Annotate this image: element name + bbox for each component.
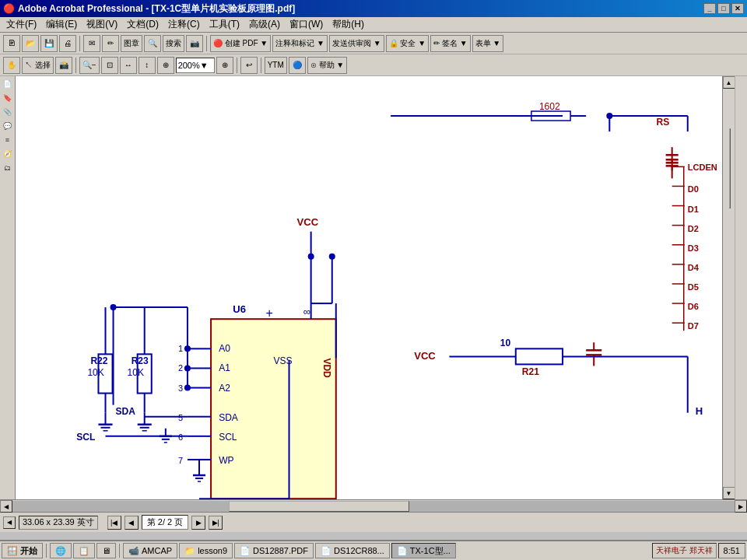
status-left-arrow[interactable]: ◀ xyxy=(3,516,16,529)
sidebar-model-icon[interactable]: 🗂 xyxy=(2,162,14,174)
svg-text:D3: D3 xyxy=(688,243,699,253)
create-pdf-button[interactable]: 🔴 创建 PDF ▼ xyxy=(210,35,271,52)
help-label: ⊙ 帮助 ▼ xyxy=(310,60,344,71)
annotate-button[interactable]: 注释和标记 ▼ xyxy=(272,35,328,52)
start-label: 开始 xyxy=(20,545,37,557)
taskbar-ds12887[interactable]: 📄 DS12887.PDF xyxy=(234,543,314,558)
taskbar-ds12cr88-icon: 📄 xyxy=(321,546,331,556)
taskbar-ds12887-label: DS12887.PDF xyxy=(253,546,308,555)
menu-advanced[interactable]: 高级(A) xyxy=(244,16,285,33)
ytm-btn[interactable]: YTM xyxy=(265,57,287,74)
zoom-in-btn[interactable]: ⊕ xyxy=(216,57,233,74)
menu-document[interactable]: 文档(D) xyxy=(122,16,163,33)
fit-width-btn[interactable]: ↔ xyxy=(120,57,137,74)
right-sidebar xyxy=(735,76,747,499)
zoom-dropdown[interactable]: 200% ▼ xyxy=(176,58,215,73)
maximize-button[interactable]: □ xyxy=(717,3,730,14)
svg-text:WP: WP xyxy=(219,455,233,466)
sign-button[interactable]: ✏ 签名 ▼ xyxy=(430,35,470,52)
app-icon: 🔴 xyxy=(3,3,15,14)
minimize-button[interactable]: _ xyxy=(703,3,716,14)
separator3 xyxy=(75,58,76,73)
page-display[interactable]: 第 2/ 2 页 xyxy=(142,515,188,530)
taskbar-lesson9-label: lesson9 xyxy=(198,546,227,555)
separator1 xyxy=(79,36,80,51)
menu-comment[interactable]: 注释(C) xyxy=(163,16,205,33)
svg-point-73 xyxy=(110,304,117,310)
taskbar-ds12cr88[interactable]: 📄 DS12CR88... xyxy=(315,543,390,558)
svg-text:VCC: VCC xyxy=(414,350,436,362)
menu-edit[interactable]: 编辑(E) xyxy=(41,16,82,33)
sidebar-comment-icon[interactable]: 💬 xyxy=(2,120,14,132)
vscroll-thumb[interactable] xyxy=(729,128,731,208)
menu-file[interactable]: 文件(F) xyxy=(2,16,41,33)
position-display: 33.06 x 23.39 英寸 xyxy=(19,516,98,530)
hscroll-thumb[interactable] xyxy=(229,501,409,512)
zoom-in-circle[interactable]: ⊕ xyxy=(157,57,174,74)
save-button[interactable]: 💾 xyxy=(40,35,58,52)
menu-tools[interactable]: 工具(T) xyxy=(205,16,244,33)
taskbar-sep2 xyxy=(119,544,120,558)
scroll-right-button[interactable]: ▶ xyxy=(735,500,747,513)
form-button[interactable]: 表单 ▼ xyxy=(472,35,504,52)
help-btn[interactable]: ⊙ 帮助 ▼ xyxy=(307,57,347,74)
new-button[interactable]: 🖹 xyxy=(3,35,20,52)
taskbar-lesson9[interactable]: 📁 lesson9 xyxy=(179,543,233,558)
taskbar-internet-icon[interactable]: 🌐 xyxy=(50,543,72,558)
svg-text:SCL: SCL xyxy=(76,432,95,443)
hscroll-track[interactable] xyxy=(12,501,735,512)
scroll-up-button[interactable]: ▲ xyxy=(723,76,735,89)
scroll-down-button[interactable]: ▼ xyxy=(723,487,735,499)
search-button[interactable]: 🔍 xyxy=(144,35,161,52)
print-button[interactable]: 🖨 xyxy=(59,35,76,52)
titlebar-title: Adobe Acrobat Professional - [TX-1C型单片机实… xyxy=(18,2,295,16)
taskbar-tx1c[interactable]: 📄 TX-1C型... xyxy=(391,543,456,558)
rotate-btn[interactable]: ↩ xyxy=(240,57,258,74)
scroll-area[interactable]: 1602 RS LCDEN D0 D1 D2 D3 D4 D5 D6 D7 xyxy=(16,76,735,499)
sidebar-nav-icon[interactable]: 🧭 xyxy=(2,148,14,160)
menu-view[interactable]: 视图(V) xyxy=(82,16,122,33)
edit-button[interactable]: ✏ xyxy=(102,35,119,52)
sidebar-pages-icon[interactable]: 📄 xyxy=(2,78,14,90)
svg-text:D1: D1 xyxy=(688,205,699,214)
first-page-button[interactable]: |◀ xyxy=(107,516,121,530)
close-button[interactable]: ✕ xyxy=(731,3,744,14)
svg-text:+: + xyxy=(265,306,272,320)
taskbar-amcap[interactable]: 📹 AMCAP xyxy=(123,543,177,558)
svg-point-77 xyxy=(184,385,191,391)
svg-text:D5: D5 xyxy=(688,282,699,292)
next-page-button[interactable]: ▶ xyxy=(191,516,205,530)
menu-help[interactable]: 帮助(H) xyxy=(328,16,369,33)
search2-button[interactable]: 搜索 xyxy=(163,35,184,52)
svg-text:LCDEN: LCDEN xyxy=(688,163,717,172)
open-button[interactable]: 📂 xyxy=(22,35,39,52)
security-button[interactable]: 🔒 安全 ▼ xyxy=(386,35,429,52)
snapshot-tool[interactable]: 📸 xyxy=(55,57,72,74)
svg-text:A2: A2 xyxy=(219,383,230,394)
taskbar-folder-icon[interactable]: 📋 xyxy=(73,543,95,558)
sidebar-attach-icon[interactable]: 📎 xyxy=(2,106,14,118)
sidebar-bookmark-icon[interactable]: 🔖 xyxy=(2,92,14,104)
last-page-button[interactable]: ▶| xyxy=(209,516,223,530)
svg-text:H: H xyxy=(696,405,703,417)
camera-button[interactable]: 📷 xyxy=(186,35,203,52)
scroll-left-button[interactable]: ◀ xyxy=(0,500,12,513)
menu-window[interactable]: 窗口(W) xyxy=(285,16,328,33)
toolbar1: 🖹 📂 💾 🖨 ✉ ✏ 图章 🔍 搜索 📷 🔴 创建 PDF ▼ 注释和标记 ▼… xyxy=(0,33,747,54)
sidebar-layer-icon[interactable]: ≡ xyxy=(2,134,14,146)
fit-actual-btn[interactable]: ↕ xyxy=(139,57,156,74)
email-button[interactable]: ✉ xyxy=(83,35,100,52)
taskbar-media-icon[interactable]: 🖥 xyxy=(96,543,116,558)
start-button[interactable]: 🪟 开始 xyxy=(2,543,43,558)
send-review-button[interactable]: 发送供审阅 ▼ xyxy=(329,35,384,52)
taskbar-tx1c-label: TX-1C型... xyxy=(410,545,451,557)
ytm2-btn[interactable]: 🔵 xyxy=(289,57,306,74)
fit-page-btn[interactable]: ⊡ xyxy=(101,57,118,74)
select-tool[interactable]: ↖ 选择 xyxy=(22,57,54,74)
vscrollbar[interactable]: ▲ ▼ xyxy=(722,76,735,499)
stamp-button[interactable]: 图章 xyxy=(121,35,142,52)
zoom-arrow: ▼ xyxy=(200,61,209,70)
prev-page-button[interactable]: ◀ xyxy=(124,516,139,530)
zoom-out-btn[interactable]: 🔍− xyxy=(79,57,100,74)
hand-tool[interactable]: ✋ xyxy=(3,57,20,74)
